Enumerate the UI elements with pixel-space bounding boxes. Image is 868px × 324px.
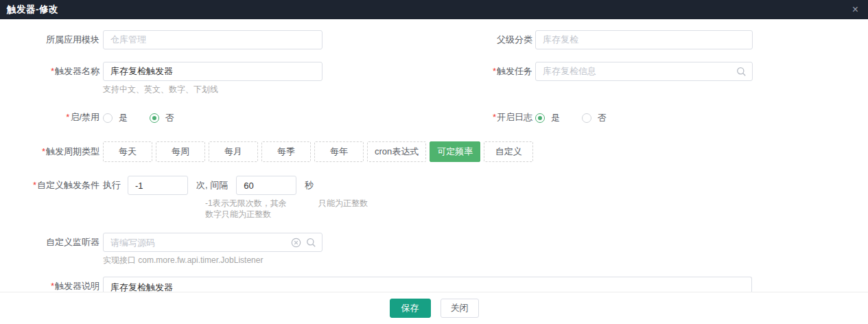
trigger-name-label: *触发器名称: [26, 62, 99, 81]
row-period-type: *触发周期类型 每天 每周 每月 每季 每年 cron表达式 可定频率 自定义: [26, 141, 868, 162]
search-icon[interactable]: [736, 67, 747, 77]
log-no-radio[interactable]: 否: [582, 112, 607, 124]
required-marker: *: [42, 146, 45, 157]
row-trigger-name: *触发器名称 支持中文、英文、数字、下划线 *触发任务: [26, 62, 868, 95]
parent-category-label: 父级分类: [473, 30, 532, 49]
period-tab-fixed-rate[interactable]: 可定频率: [430, 141, 480, 162]
period-tab-monthly[interactable]: 每月: [209, 141, 258, 162]
custom-condition-label: *自定义触发条件: [26, 176, 99, 195]
period-tab-cron[interactable]: cron表达式: [367, 141, 426, 162]
close-button[interactable]: 关闭: [441, 299, 479, 318]
clear-icon[interactable]: [291, 238, 301, 248]
unit-label: 秒: [305, 176, 314, 195]
period-tab-daily[interactable]: 每天: [103, 141, 152, 162]
trigger-name-input[interactable]: [103, 62, 322, 81]
field-listener: 自定义监听器: [26, 233, 868, 266]
required-marker: *: [33, 180, 36, 190]
period-type-tabs: 每天 每周 每月 每季 每年 cron表达式 可定频率 自定义: [103, 141, 537, 162]
between-label: 次, 间隔: [196, 176, 228, 195]
trigger-task-input[interactable]: [535, 62, 753, 81]
listener-help: 实现接口 com.more.fw.api.timer.JobListener: [103, 255, 322, 266]
period-tab-quarterly[interactable]: 每季: [261, 141, 311, 162]
log-label: *开启日志: [473, 111, 532, 124]
app-module-label: 所属应用模块: [26, 30, 99, 49]
period-tab-custom[interactable]: 自定义: [484, 141, 533, 162]
condition-helpers: -1表示无限次数，其余 数字只能为正整数 只能为正整数: [205, 198, 368, 220]
form-body: 所属应用模块 父级分类 *触发器名称 支持中文、英文、数字、下划线 *触发任务: [0, 19, 868, 299]
condition-inputs: 执行 次, 间隔 秒: [103, 176, 368, 195]
save-button[interactable]: 保存: [390, 299, 431, 318]
listener-input[interactable]: [103, 233, 322, 252]
radio-icon[interactable]: [103, 113, 113, 123]
period-tab-weekly[interactable]: 每周: [156, 141, 205, 162]
field-log: *开启日志 是 否: [473, 111, 629, 124]
dialog-footer: 保存 关闭: [0, 292, 868, 324]
field-trigger-task: *触发任务: [473, 62, 753, 81]
app-module-input[interactable]: [103, 30, 322, 49]
dialog-titlebar: 触发器-修改 ×: [0, 0, 868, 19]
required-marker: *: [66, 112, 69, 122]
exec-label: 执行: [103, 176, 121, 195]
required-marker: *: [493, 66, 496, 76]
enable-radio-group: 是 否: [103, 112, 196, 124]
radio-checked-icon[interactable]: [535, 113, 545, 123]
period-tab-yearly[interactable]: 每年: [314, 141, 364, 162]
radio-checked-icon[interactable]: [150, 113, 159, 123]
listener-label: 自定义监听器: [26, 233, 99, 252]
row-custom-condition: *自定义触发条件 执行 次, 间隔 秒 -1表示无限次数，其余 数字只能为正整数: [26, 176, 868, 220]
required-marker: *: [493, 112, 496, 122]
close-icon[interactable]: ×: [849, 4, 861, 15]
radio-icon[interactable]: [582, 113, 591, 123]
trigger-task-label: *触发任务: [473, 62, 532, 81]
enable-label: *启/禁用: [26, 111, 99, 124]
search-icon[interactable]: [306, 238, 316, 248]
exec-count-input[interactable]: [128, 176, 188, 195]
required-marker: *: [51, 66, 54, 76]
required-marker: *: [51, 281, 54, 291]
row-enable: *启/禁用 是 否 *开启日志 是: [26, 111, 868, 124]
row-app-module: 所属应用模块 父级分类: [26, 30, 868, 49]
field-period-type: *触发周期类型 每天 每周 每月 每季 每年 cron表达式 可定频率 自定义: [26, 141, 868, 162]
interval-input[interactable]: [236, 176, 296, 195]
interval-help: 只能为正整数: [318, 198, 368, 220]
field-custom-condition: *自定义触发条件 执行 次, 间隔 秒 -1表示无限次数，其余 数字只能为正整数: [26, 176, 868, 220]
parent-category-input[interactable]: [535, 30, 753, 49]
log-yes-radio[interactable]: 是: [535, 112, 560, 124]
enable-no-radio[interactable]: 否: [150, 112, 174, 124]
field-enable: *启/禁用 是 否: [26, 111, 868, 124]
trigger-name-help: 支持中文、英文、数字、下划线: [103, 84, 322, 95]
exec-help: -1表示无限次数，其余 数字只能为正整数: [205, 198, 318, 220]
row-listener: 自定义监听器: [26, 233, 868, 266]
dialog-title: 触发器-修改: [7, 3, 58, 16]
log-radio-group: 是 否: [535, 112, 629, 124]
period-type-label: *触发周期类型: [26, 141, 99, 162]
trigger-edit-dialog: 触发器-修改 × 所属应用模块 父级分类 *触发器名称 支持中文、英文、数字、下…: [0, 0, 868, 324]
enable-yes-radio[interactable]: 是: [103, 112, 128, 124]
field-parent-category: 父级分类: [473, 30, 753, 49]
